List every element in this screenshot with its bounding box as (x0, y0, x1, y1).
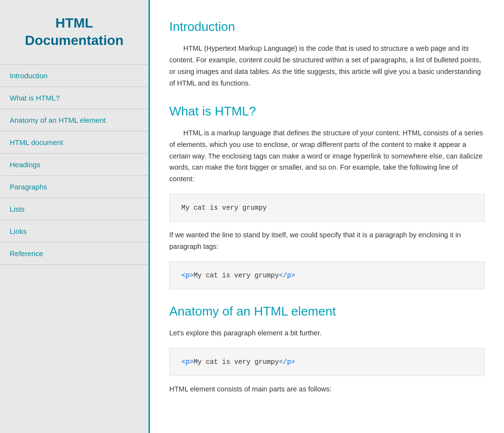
introduction-heading: Introduction (169, 19, 485, 34)
nav-list: Introduction What is HTML? Anatomy of an… (0, 64, 148, 265)
nav-item-anatomy[interactable]: Anatomy of an HTML element (0, 109, 148, 131)
introduction-text: HTML (Hypertext Markup Language) is the … (169, 43, 485, 89)
nav-item-headings[interactable]: Headings (0, 153, 148, 175)
code-tag-close: </p> (279, 272, 296, 279)
anatomy-section: Anatomy of an HTML element Let's explore… (169, 304, 485, 395)
sidebar-title: HTML Documentation (15, 0, 133, 64)
code-block-1: My cat is very grumpy (169, 194, 485, 222)
sidebar-title-line2: Documentation (25, 33, 124, 48)
what-is-html-heading: What is HTML? (169, 104, 485, 119)
anatomy-text: Let's explore this paragraph element a b… (169, 328, 485, 339)
what-is-html-text2: If we wanted the line to stand by itself… (169, 230, 485, 253)
nav-item-lists[interactable]: Lists (0, 198, 148, 220)
nav-item-what-is-html[interactable]: What is HTML? (0, 87, 148, 109)
anatomy-code-tag-close: </p> (279, 358, 296, 366)
nav-link-paragraphs[interactable]: Paragraphs (0, 176, 148, 198)
code-block-3: <p>My cat is very grumpy</p> (169, 348, 485, 376)
nav-item-reference[interactable]: Reference (0, 242, 148, 265)
nav-link-what-is-html[interactable]: What is HTML? (0, 87, 148, 109)
nav-link-reference[interactable]: Reference (0, 243, 148, 264)
code-text-2: My cat is very grumpy (193, 272, 279, 279)
nav-link-anatomy[interactable]: Anatomy of an HTML element (0, 109, 148, 131)
sidebar: HTML Documentation Introduction What is … (0, 0, 150, 433)
nav-link-headings[interactable]: Headings (0, 154, 148, 175)
nav-item-paragraphs[interactable]: Paragraphs (0, 175, 148, 198)
nav-item-html-document[interactable]: HTML document (0, 131, 148, 153)
introduction-section: Introduction HTML (Hypertext Markup Lang… (169, 19, 485, 89)
anatomy-code-tag-open: <p> (181, 358, 193, 366)
nav-link-introduction[interactable]: Introduction (0, 65, 148, 87)
code-text-1: My cat is very grumpy (181, 204, 267, 212)
code-block-2: <p>My cat is very grumpy</p> (169, 261, 485, 289)
anatomy-text2: HTML element consists of main parts are … (169, 384, 485, 395)
what-is-html-text: HTML is a markup language that defines t… (169, 128, 485, 186)
sidebar-title-line1: HTML (56, 15, 93, 30)
nav-link-lists[interactable]: Lists (0, 198, 148, 220)
nav-item-introduction[interactable]: Introduction (0, 64, 148, 87)
code-tag-open: <p> (181, 272, 193, 279)
main-content: Introduction HTML (Hypertext Markup Lang… (150, 0, 504, 433)
nav-link-html-document[interactable]: HTML document (0, 131, 148, 153)
nav-link-links[interactable]: Links (0, 220, 148, 242)
what-is-html-section: What is HTML? HTML is a markup language … (169, 104, 485, 289)
nav-item-links[interactable]: Links (0, 220, 148, 242)
anatomy-heading: Anatomy of an HTML element (169, 304, 485, 319)
anatomy-code-text: My cat is very grumpy (193, 358, 279, 366)
